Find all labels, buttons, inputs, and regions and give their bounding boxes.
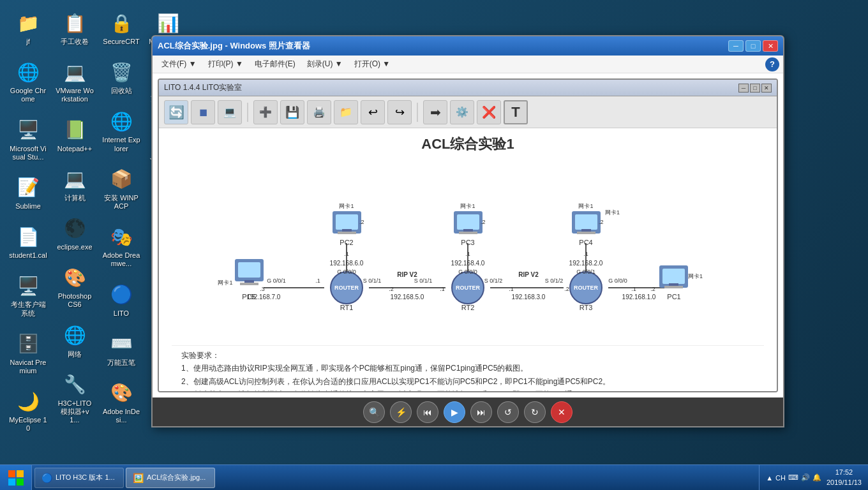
desktop-icon-waneng[interactable]: ⌨️ 万能五笔 <box>100 327 143 371</box>
svg-rect-45 <box>457 214 479 230</box>
minimize-button[interactable]: ─ <box>728 40 744 52</box>
desktop-icon-exam[interactable]: 🖥️ 考生客户端系统 <box>6 269 50 321</box>
menu-print[interactable]: 打印(P) ▼ <box>203 57 248 71</box>
bottom-controls-bar: 🔍 ⚡ ⏮ ▶ ⏭ ↺ ↻ ✕ <box>153 397 783 426</box>
desc-line3: 2、创建高级ACL访问控制列表，在你认为合适的接口应用ACL以实现PC1不能访问… <box>181 375 754 388</box>
notepadpp-icon: 📗 <box>62 117 87 143</box>
rotate-left-button[interactable]: ↺ <box>497 401 519 423</box>
help-button[interactable]: ? <box>765 57 779 71</box>
start-button[interactable] <box>0 465 32 491</box>
toolbar-btn-gear[interactable]: ⚙️ <box>450 100 474 124</box>
desktop-icon-computer[interactable]: 💻 计算机 <box>53 163 96 206</box>
desktop-icon-sublime[interactable]: 📝 Sublime <box>6 171 50 214</box>
desktop-icon-dreamweaver[interactable]: 🎭 Adobe Dreamwe... <box>100 220 143 272</box>
desktop-icon-jf[interactable]: 📁 jf <box>6 6 50 50</box>
next-button[interactable]: ⏭ <box>470 401 492 423</box>
desktop-icon-vmware[interactable]: 💻 VMware Workstation <box>53 56 96 107</box>
desktop-icon-eclipse[interactable]: 🌑 eclipse.exe <box>53 212 96 255</box>
play-button[interactable]: ▶ <box>444 401 465 423</box>
toolbar-btn-x[interactable]: ❌ <box>477 100 501 124</box>
svg-text:ROUTER: ROUTER <box>334 285 359 291</box>
menu-burn[interactable]: 刻录(U) ▼ <box>302 57 348 71</box>
zoom-button[interactable]: 🔍 <box>363 401 385 423</box>
toolbar-btn-2[interactable]: ◼ <box>191 100 215 124</box>
desktop-icon-securecrt[interactable]: 🔒 SecureCRT <box>100 6 143 50</box>
tray-arrow-icon[interactable]: ▲ <box>766 474 773 482</box>
desktop-icon-winpacp[interactable]: 📦 安装 WINPACP <box>100 163 143 214</box>
winpacp-icon: 📦 <box>108 167 134 192</box>
inner-title-text: LITO 1.4.4 LITO实验室 <box>164 82 242 93</box>
toolbar-btn-redo[interactable]: ↪ <box>387 100 412 124</box>
desktop-icon-network[interactable]: 🌐 网络 <box>53 319 96 362</box>
inner-close-button[interactable]: ✕ <box>761 84 772 93</box>
tray-notification-icon[interactable]: 🔔 <box>812 473 821 482</box>
svg-rect-10 <box>240 283 258 285</box>
slideshow-button[interactable]: ⚡ <box>390 401 412 423</box>
toolbar-btn-3[interactable]: 💻 <box>218 100 242 124</box>
toolbar-btn-text[interactable]: T <box>504 100 528 124</box>
menu-file[interactable]: 文件(F) ▼ <box>156 57 202 71</box>
svg-text:G 0/0/0: G 0/0/0 <box>608 278 627 284</box>
inner-window-controls: ─ □ ✕ <box>738 84 772 93</box>
description-area: 实验要求： 1、使用动态路由协议RIP实现全网互通，即实现各个PC能够相互pin… <box>172 345 764 391</box>
toolbar-btn-print[interactable]: 🖨️ <box>307 100 331 124</box>
svg-text:G 0/0/0: G 0/0/0 <box>458 269 477 275</box>
toolbar-btn-add[interactable]: ➕ <box>253 100 278 124</box>
desktop-icon-photoshop[interactable]: 🎨 Photoshop CS6 <box>53 261 96 313</box>
svg-rect-26 <box>338 232 356 234</box>
desktop-icon-vs[interactable]: 🖥️ Microsoft Visual Stu... <box>6 114 50 165</box>
svg-rect-47 <box>459 232 477 234</box>
menu-open[interactable]: 打开(O) ▼ <box>349 57 396 71</box>
desktop-icon-recycle[interactable]: 🗑️ 回收站 <box>100 56 143 99</box>
desktop-icon-lito[interactable]: 🔵 LITO <box>100 278 143 322</box>
taskbar-clock[interactable]: 17:52 2019/11/13 <box>827 468 862 487</box>
toolbar-btn-undo[interactable]: ↩ <box>361 100 385 124</box>
taskbar-item-photo-viewer[interactable]: 🖼️ ACL综合实验.jpg... <box>126 468 215 488</box>
toolbar-btn-folder[interactable]: 📁 <box>334 100 358 124</box>
indesign-label: Adobe InDesi... <box>102 408 140 424</box>
tray-volume-icon[interactable]: 🔊 <box>801 473 810 482</box>
navicat-label: Navicat Premium <box>9 359 47 375</box>
svg-text:.1: .1 <box>315 278 320 284</box>
svg-text:.1: .1 <box>465 251 470 257</box>
svg-text:192.168.4.0: 192.168.4.0 <box>451 260 485 267</box>
desktop-icon-navicat[interactable]: 🗄️ Navicat Premium <box>6 327 50 379</box>
toolbar-btn-1[interactable]: 🔄 <box>164 100 188 124</box>
desktop-icon-student[interactable]: 📄 student1.cal <box>6 220 50 264</box>
svg-text:G 0/0/0: G 0/0/0 <box>337 269 356 275</box>
close-window-button[interactable]: ✕ <box>763 40 778 52</box>
taskbar-tray: ▲ CH ⌨ 🔊 🔔 17:52 2019/11/13 <box>759 465 868 491</box>
inner-maximize-button[interactable]: □ <box>750 84 760 93</box>
desktop-icon-chrome[interactable]: 🌐 Google Chrome <box>6 56 50 107</box>
maximize-button[interactable]: □ <box>745 40 761 52</box>
desktop-icon-indesign[interactable]: 🎨 Adobe InDesi... <box>100 376 143 428</box>
svg-rect-79 <box>8 470 15 477</box>
desktop-icon-ie[interactable]: 🌐 Internet Explorer <box>100 105 143 156</box>
clock-date: 2019/11/13 <box>827 478 862 487</box>
prev-button[interactable]: ⏮ <box>417 401 438 423</box>
menu-email[interactable]: 电子邮件(E) <box>250 57 301 71</box>
desktop-icon-notepadpp[interactable]: 📗 Notepad++ <box>53 114 96 157</box>
photoshop-label: Photoshop CS6 <box>56 292 94 309</box>
svg-rect-64 <box>577 232 595 234</box>
rotate-right-button[interactable]: ↻ <box>524 401 546 423</box>
desktop-icon-myeclipse[interactable]: 🌙 MyEclipse 10 <box>6 385 50 436</box>
svg-text:RIP V2: RIP V2 <box>397 271 417 278</box>
tray-keyboard-icon[interactable]: ⌨ <box>788 473 798 482</box>
vmware-label: VMware Workstation <box>56 87 94 103</box>
desktop-icon-h3clito[interactable]: 🔧 H3C+LITO 模拟器+v1... <box>53 368 96 429</box>
h3clito-icon: 🔧 <box>62 372 87 397</box>
svg-text:192.168.1.0: 192.168.1.0 <box>622 293 656 301</box>
svg-text:网卡1: 网卡1 <box>460 203 475 209</box>
svg-text:192.168.2.0: 192.168.2.0 <box>569 260 603 267</box>
toolbar-btn-arrow[interactable]: ➡ <box>423 100 447 124</box>
toolbar-btn-save[interactable]: 💾 <box>280 100 304 124</box>
desktop-icon-handwork[interactable]: 📋 手工收卷 <box>53 6 96 50</box>
svg-text:PC3: PC3 <box>461 239 474 246</box>
desktop: 📁 jf 🌐 Google Chrome 🖥️ Microsoft Visual… <box>0 0 868 490</box>
close-slideshow-button[interactable]: ✕ <box>551 401 572 423</box>
inner-minimize-button[interactable]: ─ <box>738 84 749 93</box>
svg-text:.2: .2 <box>650 286 655 292</box>
photo-taskbar-label: ACL综合实验.jpg... <box>147 473 206 482</box>
taskbar-item-lito[interactable]: 🔵 LITO H3C 版本 1... <box>34 468 124 488</box>
